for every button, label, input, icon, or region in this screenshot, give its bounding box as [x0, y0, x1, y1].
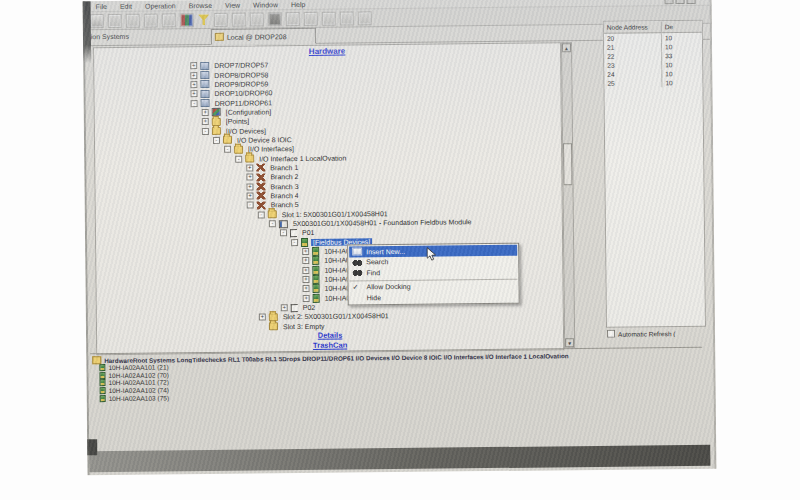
- table-row[interactable]: 25 10: [604, 78, 702, 88]
- tree-indent: [95, 140, 213, 142]
- expander-toggle[interactable]: +: [259, 314, 266, 321]
- context-menu-item[interactable]: Find: [349, 266, 517, 278]
- device-cell: 10: [662, 79, 702, 86]
- expander-toggle[interactable]: -: [191, 100, 198, 107]
- expander-toggle[interactable]: +: [190, 81, 197, 88]
- device-icon: [312, 266, 319, 275]
- node-address-column-header[interactable]: Node Address: [604, 21, 662, 33]
- automatic-refresh-checkbox[interactable]: [607, 330, 615, 338]
- menu-item[interactable]: Help: [291, 0, 305, 7]
- print-icon[interactable]: [90, 14, 104, 28]
- expander-toggle[interactable]: +: [190, 72, 197, 79]
- expander-toggle[interactable]: -: [213, 137, 220, 144]
- paste-icon[interactable]: [162, 13, 176, 27]
- tree-node-label[interactable]: [Configuration]: [224, 108, 274, 116]
- expander-toggle[interactable]: +: [247, 193, 254, 200]
- close-icon[interactable]: [687, 0, 696, 4]
- tree-node-label[interactable]: DROP11/DROP61: [213, 99, 275, 107]
- expander-toggle[interactable]: +: [281, 304, 288, 311]
- context-menu-item-label: Hide: [367, 294, 381, 301]
- tree-node-label[interactable]: DROP10/DROP60: [212, 90, 274, 98]
- expander-toggle[interactable]: -: [280, 230, 287, 237]
- tree-node-label[interactable]: Branch 3: [268, 183, 300, 190]
- expander-toggle[interactable]: +: [303, 285, 310, 292]
- expander-toggle[interactable]: +: [246, 164, 253, 171]
- minimize-icon[interactable]: [665, 0, 674, 4]
- expander-toggle[interactable]: +: [302, 276, 309, 283]
- icon: [353, 294, 363, 302]
- expander-toggle[interactable]: -: [247, 202, 254, 209]
- node-table-header: Node Address De: [604, 21, 702, 34]
- menu-item[interactable]: Edit: [120, 2, 132, 9]
- bottom-results-pane: HardwareRoot Systems LongTitlechecks RL1…: [90, 347, 703, 414]
- tree-indent: [96, 260, 302, 263]
- tree-node-label[interactable]: Slot 1: 5X00301G01/1X00458H01: [280, 210, 390, 218]
- branch-icon: [256, 173, 265, 181]
- tree-node-label[interactable]: [I/O Devices]: [224, 127, 268, 134]
- context-menu-item[interactable]: Hide: [350, 291, 518, 303]
- menu-item[interactable]: Window: [253, 1, 278, 8]
- tree-node-label[interactable]: Slot 3: Empty: [281, 323, 327, 330]
- expander-toggle[interactable]: +: [302, 267, 309, 274]
- tree-indent: [96, 279, 302, 282]
- save-icon[interactable]: [232, 12, 246, 26]
- select-icon[interactable]: [286, 12, 300, 26]
- device-icon: [312, 256, 319, 265]
- scroll-down-icon[interactable]: ▼: [565, 338, 574, 347]
- tree-node-label[interactable]: [I/O Interfaces]: [246, 145, 296, 153]
- expander-toggle[interactable]: +: [190, 90, 197, 97]
- tree-node-label[interactable]: DROP7/DROP57: [212, 62, 270, 70]
- tree-node-label[interactable]: Slot 2: 5X00301G01/1X00458H01: [281, 313, 391, 321]
- undo-icon[interactable]: [108, 13, 122, 27]
- camera-icon[interactable]: [268, 12, 282, 26]
- menu-item[interactable]: File: [96, 3, 107, 10]
- paste-special-icon[interactable]: [250, 12, 264, 26]
- cut-icon[interactable]: [126, 13, 140, 27]
- expander-toggle[interactable]: -: [258, 211, 265, 218]
- snapshot-icon[interactable]: [358, 11, 372, 25]
- tree-node-label[interactable]: I/O Device 8 IOIC: [235, 136, 294, 144]
- expander-toggle[interactable]: -: [224, 146, 231, 153]
- device-result-label: 10H-IA02AA103 (75): [109, 394, 169, 402]
- fieldbus-device-icon: [99, 372, 105, 379]
- scroll-up-icon[interactable]: ▲: [562, 43, 571, 52]
- tree-indent: [97, 298, 303, 301]
- tree-node-label[interactable]: I/O Interface 1 LocalOvation: [257, 154, 348, 162]
- tree-node-label[interactable]: Branch 2: [268, 173, 300, 180]
- device-column-header[interactable]: De: [662, 23, 702, 30]
- refresh-icon[interactable]: [322, 11, 336, 25]
- folder-icon: [245, 155, 254, 163]
- tree-node-label[interactable]: Branch 1: [268, 164, 300, 171]
- delete-icon[interactable]: [304, 11, 318, 25]
- tree-node-label[interactable]: P02: [301, 304, 318, 311]
- expander-toggle[interactable]: +: [302, 257, 309, 264]
- tree-node-label[interactable]: Branch 4: [269, 192, 301, 199]
- expander-toggle[interactable]: +: [246, 174, 253, 181]
- expander-toggle[interactable]: +: [303, 295, 310, 302]
- expander-toggle[interactable]: +: [202, 109, 209, 116]
- open-icon[interactable]: [214, 12, 228, 26]
- expander-toggle[interactable]: +: [302, 248, 309, 255]
- tree-node-label[interactable]: DROP8/DROP58: [212, 71, 270, 79]
- expander-toggle[interactable]: +: [202, 118, 209, 125]
- maximize-icon[interactable]: [676, 0, 685, 4]
- palette-icon[interactable]: [180, 13, 194, 27]
- menu-item[interactable]: Browse: [189, 1, 212, 8]
- tree-node-label[interactable]: [Points]: [224, 118, 251, 125]
- copy-icon[interactable]: [144, 13, 158, 27]
- expander-toggle[interactable]: +: [246, 183, 253, 190]
- expander-toggle[interactable]: -: [291, 239, 298, 246]
- scrollbar-thumb[interactable]: [563, 143, 572, 185]
- expander-toggle[interactable]: -: [235, 155, 242, 162]
- tree-scrollbar[interactable]: ▲ ▼: [561, 42, 575, 348]
- tree-node-label[interactable]: P01: [300, 229, 317, 236]
- expander-toggle[interactable]: -: [269, 220, 276, 227]
- menu-item[interactable]: View: [225, 1, 240, 8]
- find-icon[interactable]: [340, 11, 354, 25]
- tab-local-drop208[interactable]: Local @ DROP208: [211, 28, 316, 45]
- expander-toggle[interactable]: -: [202, 128, 209, 135]
- menu-item[interactable]: Operation: [145, 2, 176, 9]
- tree-node-label[interactable]: DROP9/DROP59: [212, 80, 270, 88]
- expander-toggle[interactable]: +: [190, 62, 197, 69]
- filter-icon[interactable]: [198, 13, 210, 25]
